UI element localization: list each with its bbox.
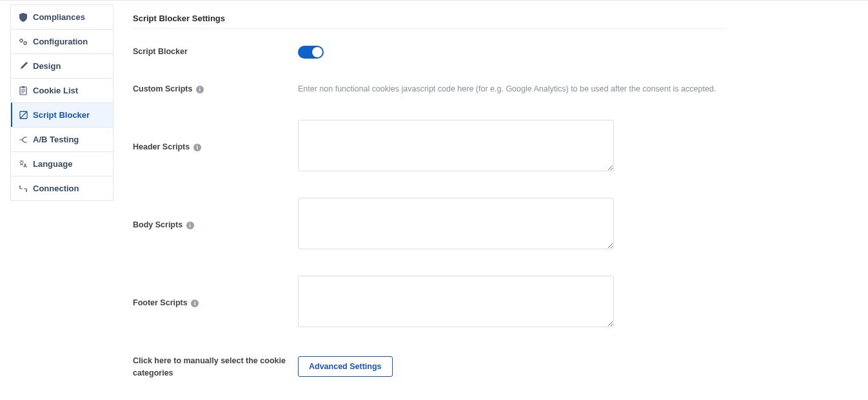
sidebar-item-label: Design xyxy=(33,61,61,71)
shield-icon xyxy=(19,13,28,22)
row-footer-scripts: Footer Scripts i xyxy=(133,276,726,329)
custom-scripts-hint: Enter non functional cookies javascript … xyxy=(298,83,726,95)
script-blocker-toggle[interactable] xyxy=(298,46,324,59)
clipboard-icon xyxy=(19,86,28,95)
sidebar-item-label: Compliances xyxy=(33,12,85,22)
sidebar-item-language[interactable]: Language xyxy=(11,151,113,176)
sidebar-item-label: Cookie List xyxy=(33,86,78,95)
manual-select-label: Click here to manually select the cookie… xyxy=(133,354,298,379)
sidebar: Compliances Configuration Design Cookie … xyxy=(10,5,113,201)
sidebar-item-configuration[interactable]: Configuration xyxy=(11,29,113,53)
sidebar-item-cookie-list[interactable]: Cookie List xyxy=(11,78,113,102)
row-custom-scripts: Custom Scripts i Enter non functional co… xyxy=(133,83,726,95)
block-icon xyxy=(19,111,28,119)
page-title: Script Blocker Settings xyxy=(133,14,726,29)
sidebar-item-connection[interactable]: Connection xyxy=(11,176,113,200)
sidebar-item-label: A/B Testing xyxy=(33,135,79,144)
sidebar-item-ab-testing[interactable]: A/B Testing xyxy=(11,127,113,151)
main-content: Script Blocker Settings Script Blocker C… xyxy=(113,1,745,400)
sidebar-item-label: Script Blocker xyxy=(33,110,90,120)
svg-point-6 xyxy=(26,191,27,192)
sidebar-item-design[interactable]: Design xyxy=(11,53,113,78)
svg-rect-3 xyxy=(22,86,25,88)
sidebar-item-label: Connection xyxy=(33,184,79,193)
info-icon[interactable]: i xyxy=(196,86,204,93)
header-scripts-label-text: Header Scripts xyxy=(133,142,190,151)
connection-icon xyxy=(19,185,28,193)
gears-icon xyxy=(19,38,28,46)
svg-point-5 xyxy=(19,186,21,187)
script-blocker-label: Script Blocker xyxy=(133,46,298,56)
header-scripts-label: Header Scripts i xyxy=(133,141,298,151)
info-icon[interactable]: i xyxy=(186,222,194,229)
sidebar-item-compliances[interactable]: Compliances xyxy=(11,5,113,29)
toggle-knob xyxy=(312,47,322,57)
row-advanced-settings: Click here to manually select the cookie… xyxy=(133,354,726,379)
brush-icon xyxy=(19,62,28,70)
page-container: Compliances Configuration Design Cookie … xyxy=(0,0,868,400)
advanced-settings-button[interactable]: Advanced Settings xyxy=(298,356,393,377)
footer-scripts-textarea[interactable] xyxy=(298,276,614,327)
row-script-blocker: Script Blocker xyxy=(133,46,726,59)
body-scripts-label: Body Scripts i xyxy=(133,219,298,229)
body-scripts-label-text: Body Scripts xyxy=(133,220,182,229)
svg-point-1 xyxy=(24,41,26,44)
info-icon[interactable]: i xyxy=(193,144,201,151)
row-header-scripts: Header Scripts i xyxy=(133,120,726,173)
language-icon xyxy=(19,160,28,168)
custom-scripts-label: Custom Scripts i xyxy=(133,83,298,93)
header-scripts-textarea[interactable] xyxy=(298,120,614,171)
row-body-scripts: Body Scripts i xyxy=(133,198,726,251)
custom-scripts-label-text: Custom Scripts xyxy=(133,84,192,93)
info-icon[interactable]: i xyxy=(191,300,199,307)
body-scripts-textarea[interactable] xyxy=(298,198,614,249)
sidebar-item-label: Language xyxy=(33,159,72,169)
svg-point-0 xyxy=(20,39,23,41)
split-icon xyxy=(19,136,28,144)
footer-scripts-label: Footer Scripts i xyxy=(133,297,298,307)
sidebar-item-label: Configuration xyxy=(33,37,88,46)
footer-scripts-label-text: Footer Scripts xyxy=(133,298,188,307)
sidebar-item-script-blocker[interactable]: Script Blocker xyxy=(11,102,113,127)
